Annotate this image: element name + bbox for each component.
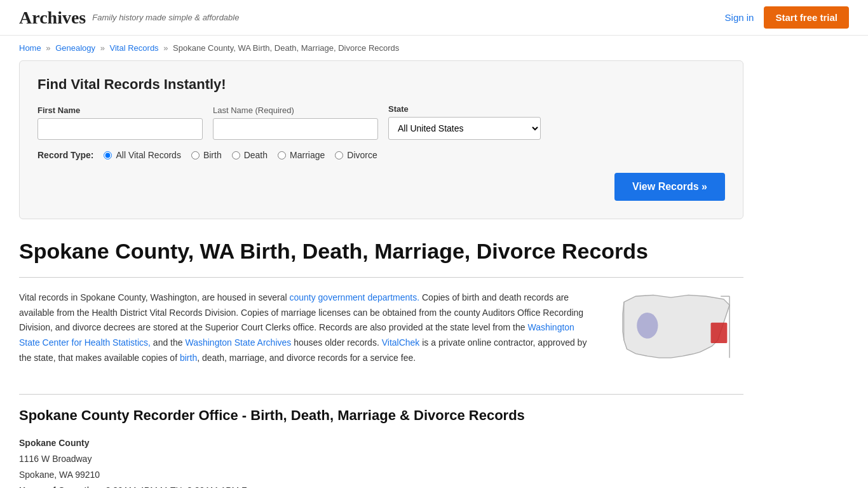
logo: Archives	[19, 8, 86, 28]
radio-all-vital-label: All Vital Records	[116, 150, 180, 160]
county-gov-link[interactable]: county government departments.	[289, 292, 419, 302]
svg-point-1	[637, 313, 658, 339]
state-select[interactable]: All United States	[388, 117, 541, 140]
breadcrumb-sep1: »	[46, 43, 50, 53]
breadcrumb-genealogy[interactable]: Genealogy	[55, 43, 95, 53]
search-title: Find Vital Records Instantly!	[37, 76, 725, 93]
fields-row: First Name Last Name (Required) State Al…	[37, 104, 725, 140]
header-left: Archives Family history made simple & af…	[19, 8, 239, 28]
office-name: Spokane County	[19, 435, 743, 451]
washington-map	[616, 290, 737, 367]
wa-archives-link[interactable]: Washington State Archives	[185, 337, 291, 348]
first-name-group: First Name	[37, 105, 203, 140]
breadcrumb-vital-records[interactable]: Vital Records	[110, 43, 159, 53]
radio-divorce-input[interactable]	[335, 151, 343, 159]
hours-value: 8:30AM-4PM M-TH; 8:30AM-1PM F	[105, 485, 247, 488]
content-paragraph: Vital records in Spokane County, Washing…	[19, 290, 597, 366]
breadcrumb-current: Spokane County, WA Birth, Death, Marriag…	[173, 43, 399, 53]
page-title: Spokane County, WA Birth, Death, Marriag…	[19, 238, 743, 264]
radio-all-vital[interactable]: All Vital Records	[104, 150, 180, 160]
last-name-label: Last Name (Required)	[213, 105, 378, 115]
state-label: State	[388, 104, 541, 114]
start-trial-button[interactable]: Start free trial	[764, 6, 849, 29]
radio-death-input[interactable]	[232, 151, 240, 159]
map-container	[616, 290, 743, 369]
breadcrumb-sep3: »	[163, 43, 168, 53]
first-name-label: First Name	[37, 105, 203, 115]
record-type-label: Record Type:	[37, 150, 93, 160]
radio-marriage-label: Marriage	[290, 150, 325, 160]
content-section: Vital records in Spokane County, Washing…	[19, 277, 743, 369]
address-line1: 1116 W Broadway	[19, 451, 743, 467]
header-right: Sign in Start free trial	[725, 6, 849, 29]
radio-divorce[interactable]: Divorce	[335, 150, 377, 160]
state-group: State All United States	[388, 104, 541, 140]
vitalchek-link[interactable]: VitalChek	[382, 337, 420, 348]
address-block: Spokane County 1116 W Broadway Spokane, …	[19, 435, 743, 488]
radio-birth[interactable]: Birth	[191, 150, 222, 160]
svg-rect-2	[711, 323, 728, 343]
recorder-section: Spokane County Recorder Office - Birth, …	[19, 394, 743, 488]
logo-tagline: Family history made simple & affordable	[92, 13, 239, 22]
radio-marriage[interactable]: Marriage	[278, 150, 325, 160]
recorder-section-title: Spokane County Recorder Office - Birth, …	[19, 407, 743, 424]
hours-label: Hours of Operation:	[19, 485, 103, 488]
address-line2: Spokane, WA 99210	[19, 467, 743, 483]
breadcrumb-home[interactable]: Home	[19, 43, 41, 53]
last-name-input[interactable]	[213, 118, 378, 140]
last-name-group: Last Name (Required)	[213, 105, 378, 140]
radio-death-label: Death	[244, 150, 268, 160]
radio-divorce-label: Divorce	[347, 150, 377, 160]
hours-line: Hours of Operation: 8:30AM-4PM M-TH; 8:3…	[19, 483, 743, 488]
site-header: Archives Family history made simple & af…	[0, 0, 868, 36]
search-box: Find Vital Records Instantly! First Name…	[19, 60, 743, 219]
breadcrumb: Home » Genealogy » Vital Records » Spoka…	[0, 36, 868, 60]
birth-link[interactable]: birth	[180, 353, 197, 363]
breadcrumb-sep2: »	[100, 43, 105, 53]
radio-death[interactable]: Death	[232, 150, 268, 160]
main-content: Find Vital Records Instantly! First Name…	[0, 60, 763, 488]
record-type-row: Record Type: All Vital Records Birth Dea…	[37, 150, 725, 160]
first-name-input[interactable]	[37, 118, 203, 140]
radio-marriage-input[interactable]	[278, 151, 286, 159]
sign-in-link[interactable]: Sign in	[725, 12, 754, 23]
radio-birth-label: Birth	[203, 150, 222, 160]
content-text: Vital records in Spokane County, Washing…	[19, 290, 597, 369]
radio-all-vital-input[interactable]	[104, 151, 112, 159]
health-stats-link[interactable]: Washington State Center for Health Stati…	[19, 322, 574, 348]
view-records-button[interactable]: View Records »	[614, 173, 725, 201]
radio-birth-input[interactable]	[191, 151, 200, 159]
